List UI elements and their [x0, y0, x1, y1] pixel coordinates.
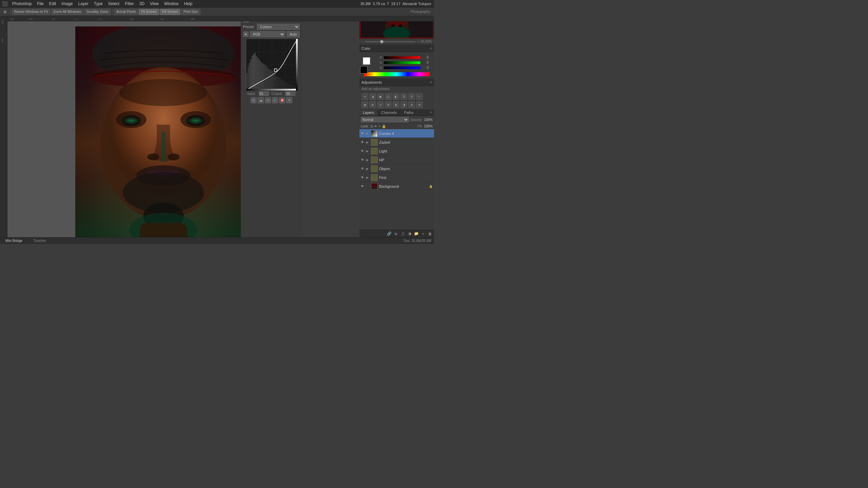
color-spectrum[interactable] [363, 72, 430, 76]
actual-pixels-btn[interactable]: Actual Pixels [114, 9, 138, 15]
scrubby-zoom-btn[interactable]: Scrubby Zoom [84, 9, 111, 15]
curves-tool-5[interactable]: 🎯 [279, 97, 285, 103]
r-slider[interactable] [384, 56, 420, 59]
adj-brightness[interactable]: ☀ [361, 93, 368, 100]
layer-mask-btn[interactable]: ◻ [400, 231, 406, 237]
input-value-field[interactable] [259, 92, 269, 96]
adj-menu[interactable]: ≡ [430, 80, 432, 84]
menu-filter[interactable]: Filter [122, 0, 137, 7]
fit-screen-btn[interactable]: Fit Screen [139, 9, 159, 15]
output-value-field[interactable] [285, 92, 295, 96]
adj-invert[interactable]: ⊞ [385, 101, 392, 108]
zoom-slider[interactable] [365, 41, 416, 42]
adj-selectivecolor[interactable]: ⊗ [416, 101, 423, 108]
curves-link-btn[interactable]: ⊕ [243, 32, 249, 37]
adj-vibrance[interactable]: ◧ [393, 93, 399, 100]
tab-layers[interactable]: Layers [359, 109, 378, 116]
foreground-color-swatch[interactable] [363, 57, 370, 65]
layers-menu[interactable]: ≡ [428, 109, 434, 116]
layer-item-first[interactable]: 👁 ▶ First [359, 173, 434, 182]
menu-window[interactable]: Window [161, 0, 181, 7]
adj-colorbalance[interactable]: ⟰ [408, 93, 415, 100]
canvas-area[interactable] [7, 21, 245, 237]
layer-item-objem[interactable]: 👁 ▶ Objem [359, 164, 434, 173]
adj-photofilter[interactable]: ◉ [361, 101, 368, 108]
adj-levels[interactable]: ◑ [369, 93, 376, 100]
layer-item-curves4[interactable]: 👁 ▶ Curves 4 [359, 129, 434, 138]
layer-expand-first[interactable]: ▶ [366, 176, 370, 179]
layer-expand-objem[interactable]: ▶ [366, 167, 370, 170]
curves-tool-1[interactable]: ⊡ [251, 97, 257, 103]
layer-item-hp[interactable]: 👁 ▶ HP [359, 156, 434, 164]
background-color-swatch[interactable] [360, 66, 368, 74]
layer-visibility-zazkel[interactable]: 👁 [361, 140, 365, 144]
adj-bw[interactable]: ≈ [416, 93, 423, 100]
menu-edit[interactable]: Edit [46, 0, 59, 7]
color-menu[interactable]: ≡ [430, 46, 432, 50]
curves-tool-4[interactable]: ↩ [272, 97, 278, 103]
curves-svg[interactable] [246, 39, 298, 90]
curves-tool-reset[interactable]: ↺ [286, 97, 292, 103]
layer-group-btn[interactable]: 📁 [414, 231, 419, 237]
adj-channelmixer[interactable]: ◈ [369, 101, 376, 108]
layer-adj-btn[interactable]: ◑ [407, 231, 412, 237]
curves-tool-3[interactable]: ⊙ [265, 97, 271, 103]
layer-item-light[interactable]: 👁 ▶ Light [359, 147, 434, 156]
zoom-in-icon[interactable]: + [417, 40, 419, 43]
menu-image[interactable]: Image [59, 0, 75, 7]
resize-windows-btn[interactable]: Resize Windows to Fit [12, 9, 50, 15]
blend-mode-select[interactable]: Normal [361, 117, 409, 122]
g-slider[interactable] [384, 61, 420, 64]
adj-gradientmap[interactable]: ⊕ [408, 101, 415, 108]
menu-file[interactable]: File [34, 0, 46, 7]
layer-visibility-curves4[interactable]: 👁 [361, 131, 365, 135]
adj-curves[interactable]: ▣ [377, 93, 384, 100]
curves-tool-2[interactable]: ☁ [258, 97, 264, 103]
menu-3d[interactable]: 3D [137, 0, 147, 7]
layer-expand-zazkel[interactable]: ▶ [366, 141, 370, 144]
lock-image-icon[interactable]: ✒ [374, 124, 377, 128]
status-timeline[interactable]: Timeline [31, 238, 48, 243]
print-size-btn[interactable]: Print Size [181, 9, 200, 15]
adj-posterize[interactable]: ◐ [393, 101, 399, 108]
layer-style-btn[interactable]: fx [393, 231, 399, 237]
layer-expand-hp[interactable]: ▶ [366, 158, 370, 162]
layer-visibility-hp[interactable]: 👁 [361, 158, 365, 162]
menu-layer[interactable]: Layer [76, 0, 91, 7]
lock-all-icon[interactable]: 🔒 [382, 124, 386, 128]
layer-visibility-bg[interactable]: 👁 [361, 184, 365, 188]
menu-view[interactable]: View [147, 0, 161, 7]
menu-help[interactable]: Help [181, 0, 195, 7]
adj-exposure[interactable]: ◫ [385, 93, 392, 100]
layer-delete-btn[interactable]: 🗑 [427, 231, 433, 237]
adj-colorlookup[interactable]: ⊡ [377, 101, 384, 108]
zoom-out-icon[interactable]: − [361, 40, 363, 43]
menu-select[interactable]: Select [105, 0, 122, 7]
menu-photoshop[interactable]: Photoshop [9, 0, 34, 7]
layer-visibility-objem[interactable]: 👁 [361, 167, 365, 170]
lock-transparent-icon[interactable]: ⊡ [370, 124, 373, 128]
lock-position-icon[interactable]: + [378, 124, 380, 128]
zoom-all-btn[interactable]: Zoom All Windows [51, 9, 83, 15]
channel-select[interactable]: RGB [250, 31, 285, 37]
layer-visibility-light[interactable]: 👁 [361, 149, 365, 153]
layer-item-zazkel[interactable]: 👁 ▶ Zazkel [359, 138, 434, 147]
tab-paths[interactable]: Paths [401, 109, 417, 116]
preset-select[interactable]: Custom [257, 24, 300, 30]
adj-hsl[interactable]: ☰ [400, 93, 407, 100]
tool-icon-btn[interactable]: ⊕ [1, 9, 9, 15]
layer-visibility-first[interactable]: 👁 [361, 176, 365, 179]
tab-channels[interactable]: Channels [378, 109, 400, 116]
b-slider[interactable] [384, 66, 420, 69]
layer-item-background[interactable]: 👁 ▶ Background 🔒 [359, 182, 434, 191]
layer-expand-curves4[interactable]: ▶ [366, 132, 370, 135]
menu-type[interactable]: Type [91, 0, 105, 7]
fill-screen-btn[interactable]: Fill Screen [160, 9, 180, 15]
layer-link-btn[interactable]: 🔗 [387, 231, 392, 237]
curves-graph[interactable] [246, 39, 297, 90]
layer-expand-light[interactable]: ▶ [366, 149, 370, 153]
adj-threshold[interactable]: ◑ [400, 101, 407, 108]
layer-new-btn[interactable]: + [420, 231, 426, 237]
zoom-slider-thumb[interactable] [380, 40, 383, 43]
auto-btn[interactable]: Auto [287, 31, 300, 37]
